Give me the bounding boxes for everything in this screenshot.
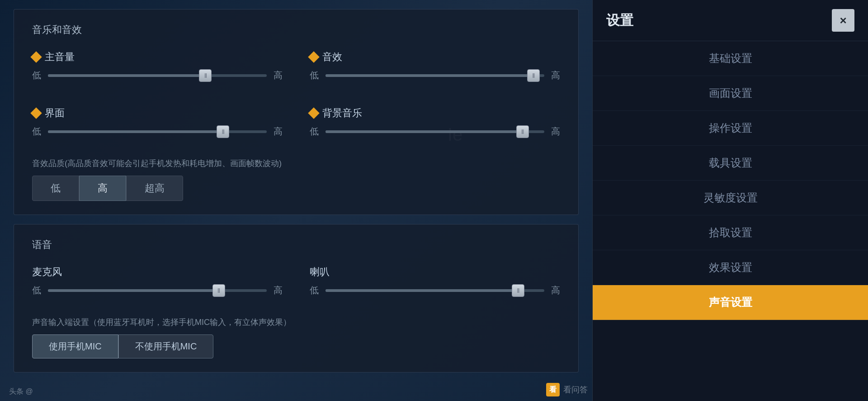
- bgm-high: 高: [551, 125, 560, 138]
- ui-volume-high: 高: [274, 125, 283, 138]
- kanwenda-text: 看问答: [563, 384, 588, 395]
- bgm-track[interactable]: [326, 130, 544, 133]
- master-volume-low: 低: [32, 69, 41, 81]
- audio-grid: 主音量 低 高 音效 低: [32, 50, 560, 149]
- sound-effects-label-row: 音效: [310, 50, 560, 64]
- speaker-label-row: 喇叭: [310, 265, 560, 279]
- ui-volume-title: 界面: [45, 106, 65, 120]
- input-desc: 声音输入端设置（使用蓝牙耳机时，选择手机MIC输入，有立体声效果）: [32, 317, 560, 328]
- quality-btn-low[interactable]: 低: [32, 176, 79, 201]
- sound-effects-low: 低: [310, 69, 319, 81]
- main-content: 音乐和音效 主音量 低 高: [0, 0, 592, 401]
- speaker-track-row: 低 高: [310, 284, 560, 296]
- watermark-text: 头条 @: [9, 387, 33, 396]
- master-volume-fill: [48, 74, 205, 77]
- master-volume-high: 高: [274, 69, 283, 81]
- bgm-diamond-icon: [308, 107, 319, 119]
- sound-effects-track[interactable]: [326, 74, 544, 77]
- mic-track-row: 低 高: [32, 284, 283, 296]
- mic-high: 高: [274, 284, 283, 296]
- mic-low: 低: [32, 284, 41, 296]
- mic-label-row: 麦克风: [32, 265, 283, 279]
- sidebar-item-vehicle[interactable]: 载具设置: [593, 146, 868, 181]
- master-volume-group: 主音量 低 高: [32, 50, 283, 81]
- bgm-thumb[interactable]: [516, 125, 529, 138]
- quality-desc: 音效品质(高品质音效可能会引起手机发热和耗电增加、画面帧数波动): [32, 158, 560, 169]
- sound-effects-high: 高: [551, 69, 560, 81]
- kanwenda-icon: 看: [546, 383, 560, 396]
- sound-effects-fill: [326, 74, 533, 77]
- speaker-high: 高: [551, 284, 560, 296]
- quality-btn-high[interactable]: 高: [79, 176, 126, 201]
- bgm-fill: [326, 130, 523, 133]
- bgm-group: 背景音乐 低 高: [310, 106, 560, 138]
- ui-volume-low: 低: [32, 125, 41, 138]
- master-volume-title: 主音量: [45, 50, 75, 64]
- sidebar-item-graphics[interactable]: 画面设置: [593, 76, 868, 111]
- mic-thumb[interactable]: [212, 284, 225, 297]
- speaker-low: 低: [310, 284, 319, 296]
- sidebar-header: 设置 ×: [593, 0, 868, 41]
- master-volume-track-row: 低 高: [32, 69, 283, 81]
- speaker-title: 喇叭: [310, 265, 330, 279]
- speaker-thumb[interactable]: [512, 284, 524, 297]
- voice-grid: 麦克风 低 高 喇叭 低: [32, 265, 560, 308]
- quality-buttons: 低 高 超高: [32, 176, 560, 201]
- sound-effects-title: 音效: [322, 50, 342, 64]
- ui-volume-diamond-icon: [30, 107, 42, 119]
- sidebar-item-sound[interactable]: 声音设置: [593, 285, 868, 320]
- mic-title: 麦克风: [32, 265, 62, 279]
- ui-volume-thumb[interactable]: [217, 125, 229, 138]
- voice-section: 语音 麦克风 低 高 喇叭: [14, 224, 579, 372]
- bgm-title: 背景音乐: [322, 106, 362, 120]
- sidebar-item-sensitivity[interactable]: 灵敏度设置: [593, 181, 868, 215]
- bgm-label-row: 背景音乐: [310, 106, 560, 120]
- mic-group: 麦克风 低 高: [32, 265, 283, 296]
- sidebar-item-pickup[interactable]: 拾取设置: [593, 215, 868, 250]
- sidebar-navigation: 基础设置 画面设置 操作设置 载具设置 灵敏度设置 拾取设置 效果设置 声音设置: [593, 41, 868, 401]
- sound-effects-track-row: 低 高: [310, 69, 560, 81]
- sidebar-item-controls[interactable]: 操作设置: [593, 111, 868, 146]
- sidebar-item-basic[interactable]: 基础设置: [593, 41, 868, 76]
- ui-volume-track-row: 低 高: [32, 125, 283, 138]
- speaker-group: 喇叭 低 高: [310, 265, 560, 296]
- input-btn-use-mic[interactable]: 使用手机MIC: [32, 334, 118, 358]
- sidebar-item-effects[interactable]: 效果设置: [593, 250, 868, 285]
- ui-volume-group: 界面 低 高: [32, 106, 283, 138]
- mic-fill: [48, 289, 219, 292]
- voice-section-title: 语音: [32, 238, 560, 252]
- speaker-fill: [326, 289, 518, 292]
- kanwenda-badge: 看 看问答: [546, 383, 588, 396]
- sound-effects-group: 音效 低 高: [310, 50, 560, 81]
- ui-volume-track[interactable]: [48, 130, 267, 133]
- master-volume-diamond-icon: [30, 51, 42, 62]
- quality-btn-ultra[interactable]: 超高: [126, 176, 183, 201]
- ui-volume-label-row: 界面: [32, 106, 283, 120]
- bgm-track-row: 低 高: [310, 125, 560, 138]
- master-volume-track[interactable]: [48, 74, 267, 77]
- sidebar-title: 设置: [606, 11, 633, 30]
- master-volume-label-row: 主音量: [32, 50, 283, 64]
- settings-sidebar: 设置 × 基础设置 画面设置 操作设置 载具设置 灵敏度设置 拾取设置 效果设置…: [592, 0, 868, 401]
- master-volume-thumb[interactable]: [199, 69, 212, 82]
- close-button[interactable]: ×: [832, 9, 854, 32]
- input-buttons: 使用手机MIC 不使用手机MIC: [32, 334, 560, 358]
- bgm-low: 低: [310, 125, 319, 138]
- sound-effects-diamond-icon: [308, 51, 319, 62]
- ui-volume-fill: [48, 130, 223, 133]
- audio-section: 音乐和音效 主音量 低 高: [14, 9, 579, 215]
- mic-track[interactable]: [48, 289, 267, 292]
- audio-section-title: 音乐和音效: [32, 23, 560, 37]
- speaker-track[interactable]: [326, 289, 544, 292]
- sound-effects-thumb[interactable]: [527, 69, 540, 82]
- input-btn-no-mic[interactable]: 不使用手机MIC: [118, 334, 214, 358]
